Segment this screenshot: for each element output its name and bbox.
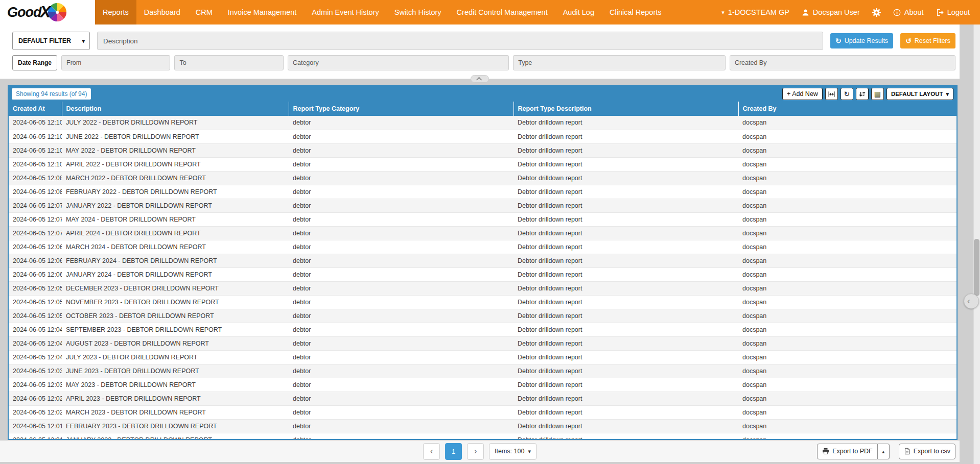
table-row[interactable]: 2024-06-05 12:05:49DECEMBER 2023 - DEBTO… <box>9 281 956 295</box>
table-row[interactable]: 2024-06-05 12:03:24JUNE 2023 - DEBTOR DR… <box>9 364 956 378</box>
items-per-page-select[interactable]: Items: 100 ▾ <box>489 443 536 460</box>
table-row[interactable]: 2024-06-05 12:06:04JANUARY 2024 - DEBTOR… <box>9 267 956 281</box>
table-row[interactable]: 2024-06-05 12:06:31FEBRUARY 2024 - DEBTO… <box>9 254 956 267</box>
date-range-button[interactable]: Date Range <box>12 55 57 70</box>
nav-item-crm[interactable]: CRM <box>188 0 220 25</box>
caret-up-icon: ▴ <box>882 449 884 454</box>
nav-item-clinical-reports[interactable]: Clinical Reports <box>602 0 669 25</box>
cell-category: debtor <box>289 254 514 267</box>
table-row[interactable]: 2024-06-05 12:10:59JULY 2022 - DEBTOR DR… <box>9 116 956 130</box>
type-filter-input[interactable] <box>513 55 726 70</box>
scrollbar-thumb[interactable] <box>974 239 979 296</box>
cell-type-description: Debtor drilldown report <box>514 171 738 185</box>
column-header-report-type-category[interactable]: Report Type Category <box>289 102 514 116</box>
column-header-created-at[interactable]: Created At <box>9 102 62 116</box>
cell-description: JUNE 2023 - DEBTOR DRILLDOWN REPORT <box>62 364 289 378</box>
cell-category: debtor <box>289 281 514 295</box>
results-summary-badge: Showing 94 results (of 94) <box>12 88 91 100</box>
about-label: About <box>904 8 924 16</box>
filter-preset-select[interactable]: DEFAULT FILTER ▾ <box>12 32 90 50</box>
table-row[interactable]: 2024-06-05 12:10:03APRIL 2022 - DEBTOR D… <box>9 157 956 171</box>
table-row[interactable]: 2024-06-05 12:04:44SEPTEMBER 2023 - DEBT… <box>9 323 956 336</box>
created-by-filter-input[interactable] <box>730 55 955 70</box>
table-row[interactable]: 2024-06-05 12:08:20FEBRUARY 2022 - DEBTO… <box>9 185 956 199</box>
cell-created-at: 2024-06-05 12:08:20 <box>9 185 62 199</box>
table-row[interactable]: 2024-06-05 12:05:35NOVEMBER 2023 - DEBTO… <box>9 295 956 309</box>
about-button[interactable]: About <box>887 0 930 25</box>
user-menu[interactable]: Docspan User <box>796 0 866 25</box>
panel-expander-tab[interactable]: ‹ <box>964 294 979 309</box>
cell-created-by: docspan <box>738 226 956 240</box>
cell-created-by: docspan <box>738 199 956 212</box>
table-row[interactable]: 2024-06-05 12:01:33FEBRUARY 2023 - DEBTO… <box>9 419 956 433</box>
layout-select[interactable]: DEFAULT LAYOUT ▾ <box>886 88 953 100</box>
table-row[interactable]: 2024-06-05 12:10:32MAY 2022 - DEBTOR DRI… <box>9 143 956 157</box>
nav-item-reports[interactable]: Reports <box>95 0 136 25</box>
cell-created-at: 2024-06-05 12:06:48 <box>9 240 62 254</box>
date-range-label: Date Range <box>18 59 52 66</box>
vertical-scrollbar[interactable] <box>973 25 980 464</box>
table-row[interactable]: 2024-06-05 12:10:45JUNE 2022 - DEBTOR DR… <box>9 130 956 143</box>
column-header-created-by[interactable]: Created By <box>738 102 956 116</box>
category-filter-input[interactable] <box>288 55 509 70</box>
table-row[interactable]: 2024-06-05 12:06:48MARCH 2024 - DEBTOR D… <box>9 240 956 254</box>
table-row[interactable]: 2024-06-05 12:08:37MARCH 2022 - DEBTOR D… <box>9 171 956 185</box>
next-page-button[interactable]: › <box>467 443 484 460</box>
table-row[interactable]: 2024-06-05 12:07:16APRIL 2024 - DEBTOR D… <box>9 226 956 240</box>
goodx-logo[interactable]: Good X <box>0 0 95 25</box>
cell-type-description: Debtor drilldown report <box>514 267 738 281</box>
cell-created-at: 2024-06-05 12:05:49 <box>9 281 62 295</box>
practice-selector[interactable]: ▾ 1-DOCSTEAM GP <box>715 0 796 25</box>
cell-created-by: docspan <box>738 323 956 336</box>
fit-columns-button[interactable] <box>825 88 838 100</box>
table-row[interactable]: 2024-06-05 12:07:56JANUARY 2022 - DEBTOR… <box>9 199 956 212</box>
table-row[interactable]: 2024-06-05 12:02:39APRIL 2023 - DEBTOR D… <box>9 392 956 405</box>
column-header-description[interactable]: Description <box>62 102 289 116</box>
cell-created-by: docspan <box>738 281 956 295</box>
nav-item-admin-event-history[interactable]: Admin Event History <box>304 0 386 25</box>
cell-created-at: 2024-06-05 12:03:24 <box>9 364 62 378</box>
table-row[interactable]: 2024-06-05 12:04:06JULY 2023 - DEBTOR DR… <box>9 350 956 364</box>
settings-button[interactable] <box>866 0 887 25</box>
cell-created-by: docspan <box>738 350 956 364</box>
column-header-report-type-description[interactable]: Report Type Description <box>514 102 738 116</box>
table-row[interactable]: 2024-06-05 12:03:01MAY 2023 - DEBTOR DRI… <box>9 378 956 392</box>
table-row[interactable]: 2024-06-05 12:02:16MARCH 2023 - DEBTOR D… <box>9 405 956 419</box>
export-pdf-options-button[interactable]: ▴ <box>878 444 890 459</box>
cell-description: NOVEMBER 2023 - DEBTOR DRILLDOWN REPORT <box>62 295 289 309</box>
nav-item-switch-history[interactable]: Switch History <box>387 0 449 25</box>
undo-icon: ↺ <box>905 37 912 44</box>
export-pdf-button[interactable]: Export to PDF <box>817 444 878 459</box>
cell-created-by: docspan <box>738 116 956 130</box>
page-1-button[interactable]: 1 <box>445 443 462 460</box>
reset-filters-button[interactable]: ↺ Reset Filters <box>900 33 955 48</box>
nav-item-dashboard[interactable]: Dashboard <box>136 0 188 25</box>
cell-type-description: Debtor drilldown report <box>514 336 738 350</box>
table-row[interactable]: 2024-06-05 12:01:10JANUARY 2023 - DEBTOR… <box>9 433 956 439</box>
date-to-input[interactable] <box>174 55 283 70</box>
update-results-button[interactable]: ↻ Update Results <box>830 33 893 48</box>
table-row[interactable]: 2024-06-05 12:05:15OCTOBER 2023 - DEBTOR… <box>9 309 956 323</box>
columns-button[interactable]: ▦ <box>871 88 884 100</box>
cell-category: debtor <box>289 267 514 281</box>
cell-type-description: Debtor drilldown report <box>514 433 738 439</box>
sort-button[interactable] <box>856 88 869 100</box>
nav-item-invoice-management[interactable]: Invoice Management <box>220 0 305 25</box>
collapse-filters-button[interactable] <box>471 75 489 83</box>
table-row[interactable]: 2024-06-05 12:07:33MAY 2024 - DEBTOR DRI… <box>9 212 956 226</box>
right-gutter: ‹ <box>960 25 980 464</box>
cell-type-description: Debtor drilldown report <box>514 419 738 433</box>
cell-created-by: docspan <box>738 254 956 267</box>
nav-item-credit-control-management[interactable]: Credit Control Management <box>449 0 555 25</box>
nav-item-audit-log[interactable]: Audit Log <box>555 0 602 25</box>
export-csv-button[interactable]: Export to csv <box>899 444 955 459</box>
date-from-input[interactable] <box>61 55 170 70</box>
table-row[interactable]: 2024-06-05 12:04:22AUGUST 2023 - DEBTOR … <box>9 336 956 350</box>
add-new-button[interactable]: + Add New <box>782 88 823 100</box>
logout-button[interactable]: Logout <box>930 0 976 25</box>
previous-page-button[interactable]: ‹ <box>423 443 440 460</box>
reload-grid-button[interactable]: ↻ <box>841 88 853 100</box>
cell-created-at: 2024-06-05 12:10:59 <box>9 116 62 130</box>
description-filter-input[interactable] <box>97 32 823 50</box>
cell-type-description: Debtor drilldown report <box>514 364 738 378</box>
